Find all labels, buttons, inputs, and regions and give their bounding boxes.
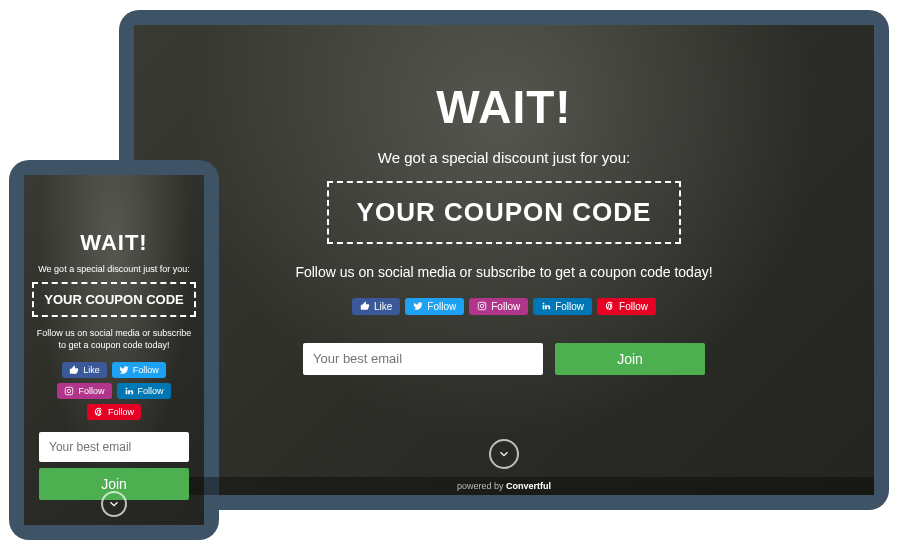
popup-title: WAIT!: [80, 230, 147, 256]
email-field[interactable]: [303, 343, 543, 375]
twitter-icon: [413, 301, 423, 311]
instagram-icon: [477, 301, 487, 311]
mobile-frame: WAIT! We got a special discount just for…: [9, 160, 219, 540]
twitter-follow-button[interactable]: Follow: [405, 298, 464, 315]
social-buttons: Like Follow Follow Follow Follow: [24, 362, 204, 420]
subscribe-form: Join: [303, 343, 705, 375]
instagram-icon: [64, 386, 74, 396]
svg-point-2: [484, 303, 485, 304]
join-button[interactable]: Join: [555, 343, 705, 375]
chevron-down-icon: [497, 447, 511, 461]
popup-title: WAIT!: [436, 80, 571, 134]
brand-name: Convertful: [506, 481, 551, 491]
linkedin-icon: [541, 301, 551, 311]
thumbs-up-icon: [69, 365, 79, 375]
facebook-like-button[interactable]: Like: [352, 298, 400, 315]
popup-subtitle: We got a special discount just for you:: [38, 264, 189, 274]
chevron-down-icon: [107, 497, 121, 511]
twitter-follow-button[interactable]: Follow: [112, 362, 166, 378]
popup-cta: Follow us on social media or subscribe t…: [295, 264, 712, 280]
pinterest-icon: [94, 407, 104, 417]
coupon-code-box: YOUR COUPON CODE: [32, 282, 195, 317]
pinterest-follow-button[interactable]: Follow: [87, 404, 141, 420]
svg-rect-3: [66, 387, 74, 395]
coupon-code-box: YOUR COUPON CODE: [327, 181, 682, 244]
subscribe-form: Join: [24, 432, 204, 500]
instagram-follow-button[interactable]: Follow: [469, 298, 528, 315]
desktop-screen: WAIT! We got a special discount just for…: [134, 25, 874, 495]
popup-subtitle: We got a special discount just for you:: [378, 149, 630, 166]
pinterest-follow-button[interactable]: Follow: [597, 298, 656, 315]
linkedin-follow-button[interactable]: Follow: [117, 383, 171, 399]
thumbs-up-icon: [360, 301, 370, 311]
expand-button[interactable]: [101, 491, 127, 517]
social-buttons: Like Follow Follow Follow Follow: [352, 298, 656, 315]
facebook-like-button[interactable]: Like: [62, 362, 107, 378]
mobile-screen: WAIT! We got a special discount just for…: [24, 175, 204, 525]
popup-cta: Follow us on social media or subscribe t…: [24, 327, 204, 352]
twitter-icon: [119, 365, 129, 375]
svg-point-1: [481, 304, 484, 307]
powered-by-footer: powered by Convertful: [134, 477, 874, 495]
instagram-follow-button[interactable]: Follow: [57, 383, 111, 399]
linkedin-icon: [124, 386, 134, 396]
desktop-frame: WAIT! We got a special discount just for…: [119, 10, 889, 510]
linkedin-follow-button[interactable]: Follow: [533, 298, 592, 315]
svg-point-4: [68, 389, 71, 392]
pinterest-icon: [605, 301, 615, 311]
email-field[interactable]: [39, 432, 189, 462]
expand-button[interactable]: [489, 439, 519, 469]
device-preview-stage: WAIT! We got a special discount just for…: [9, 10, 889, 540]
